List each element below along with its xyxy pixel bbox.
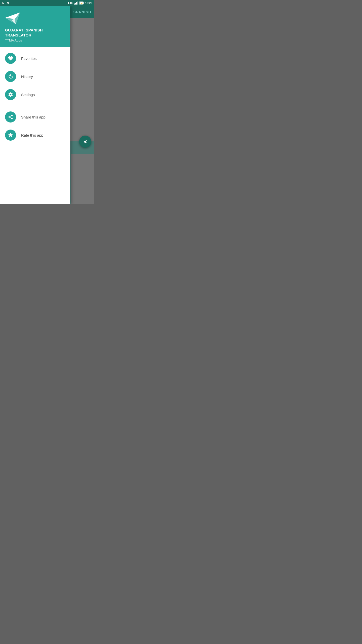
svg-marker-21 bbox=[84, 142, 86, 143]
menu-item-favorites[interactable]: Favorites bbox=[0, 49, 70, 67]
svg-text:⚡: ⚡ bbox=[80, 2, 83, 5]
app-subtitle: TTMA Apps bbox=[5, 38, 65, 42]
battery-icon: ⚡ bbox=[79, 2, 84, 5]
navigation-drawer: GUJARATI SPANISH TRANSLATOR TTMA Apps Fa… bbox=[0, 6, 70, 204]
svg-rect-9 bbox=[83, 3, 84, 4]
time-display: 10:29 bbox=[85, 2, 92, 5]
n-icon-1: N bbox=[2, 1, 6, 5]
status-bar-right: LTE ⚡ 10:29 bbox=[68, 2, 92, 5]
svg-rect-4 bbox=[74, 4, 75, 5]
translate-button[interactable] bbox=[79, 136, 91, 148]
right-panel: SPANISH bbox=[70, 6, 94, 204]
drawer-menu: Favorites History Set bbox=[0, 47, 70, 204]
gear-icon bbox=[8, 92, 13, 97]
target-language-header: SPANISH bbox=[70, 6, 94, 18]
svg-text:N: N bbox=[2, 2, 5, 5]
menu-item-settings[interactable]: Settings bbox=[0, 86, 70, 104]
clock-icon bbox=[8, 74, 13, 79]
rate-icon-circle bbox=[5, 130, 16, 141]
svg-point-17 bbox=[11, 118, 13, 119]
action-bar bbox=[70, 141, 94, 154]
input-area[interactable] bbox=[70, 18, 94, 141]
svg-line-18 bbox=[10, 117, 11, 118]
svg-rect-5 bbox=[75, 3, 76, 5]
output-area bbox=[70, 154, 94, 204]
settings-icon-circle bbox=[5, 89, 16, 100]
svg-line-19 bbox=[10, 116, 11, 117]
menu-item-share[interactable]: Share this app bbox=[0, 108, 70, 126]
svg-text:N: N bbox=[7, 2, 9, 5]
svg-point-16 bbox=[9, 116, 10, 118]
n-icon-2: N bbox=[7, 1, 10, 5]
share-label: Share this app bbox=[21, 115, 46, 119]
network-type: LTE bbox=[68, 2, 73, 5]
status-bar-left: N N bbox=[2, 1, 10, 5]
heart-icon bbox=[8, 56, 13, 61]
app-logo bbox=[5, 12, 20, 25]
signal-icon bbox=[74, 2, 78, 5]
menu-divider bbox=[0, 106, 70, 106]
status-bar: N N LTE ⚡ 10:29 bbox=[0, 0, 94, 6]
svg-point-15 bbox=[11, 115, 13, 116]
send-icon bbox=[82, 139, 88, 144]
rate-label: Rate this app bbox=[21, 133, 43, 137]
app-title: GUJARATI SPANISH TRANSLATOR bbox=[5, 28, 65, 37]
star-icon bbox=[8, 132, 13, 138]
main-container: GUJARATI SPANISH TRANSLATOR TTMA Apps Fa… bbox=[0, 6, 94, 204]
translation-content bbox=[70, 18, 94, 204]
settings-label: Settings bbox=[21, 93, 35, 97]
svg-rect-6 bbox=[76, 2, 77, 5]
favorites-label: Favorites bbox=[21, 56, 37, 61]
share-icon-circle bbox=[5, 111, 16, 123]
svg-rect-7 bbox=[77, 2, 78, 5]
menu-item-rate[interactable]: Rate this app bbox=[0, 126, 70, 144]
favorites-icon-circle bbox=[5, 53, 16, 64]
menu-item-history[interactable]: History bbox=[0, 67, 70, 86]
history-icon-circle bbox=[5, 71, 16, 82]
history-label: History bbox=[21, 74, 33, 79]
target-language-label: SPANISH bbox=[73, 10, 92, 14]
drawer-header: GUJARATI SPANISH TRANSLATOR TTMA Apps bbox=[0, 6, 70, 47]
share-icon bbox=[8, 114, 13, 120]
